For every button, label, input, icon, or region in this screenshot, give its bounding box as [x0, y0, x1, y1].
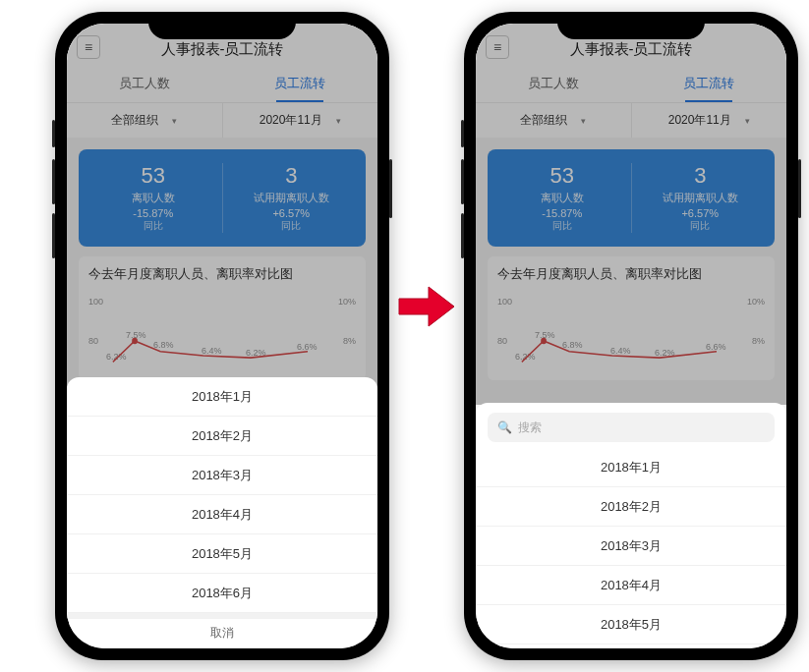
cancel-button[interactable]: 取消 [67, 613, 377, 646]
list-item[interactable]: 2018年3月 [476, 527, 786, 566]
chart-title: 今去年月度离职人员、离职率对比图 [497, 266, 765, 283]
app-header: ≡ 人事报表-员工流转 [476, 24, 786, 65]
filter-org-label: 全部组织 [111, 112, 158, 129]
list-item[interactable]: 2018年5月 [476, 605, 786, 644]
card-turnover[interactable]: 53 离职人数 -15.87% 同比 [85, 163, 223, 233]
arrow-icon [397, 285, 456, 328]
summary-cards: 53 离职人数 -15.87% 同比 3 试用期离职人数 +6.57% 同比 [488, 149, 775, 247]
tab-employee-flow[interactable]: 员工流转 [631, 65, 786, 102]
date-picker-sheet: 2018年1月 2018年2月 2018年3月 2018年4月 2018年5月 … [67, 377, 377, 648]
tab-employee-count[interactable]: 员工人数 [67, 65, 222, 102]
filter-org[interactable]: 全部组织 ▾ [67, 103, 223, 138]
card-turnover[interactable]: 53 离职人数 -15.87% 同比 [493, 163, 632, 233]
chart-section: 今去年月度离职人员、离职率对比图 100 80 10% 8% 6.2% 7.5%… [79, 256, 366, 380]
chart-section: 今去年月度离职人员、离职率对比图 100 80 10% 8% 6.2% 7.5%… [488, 256, 775, 380]
chevron-down-icon: ▾ [581, 116, 586, 126]
hamburger-icon: ≡ [493, 39, 501, 55]
turnover-chart: 100 80 10% 8% 6.2% 7.5% 6.8% 6.4% 6.2% 6… [88, 297, 356, 370]
tab-employee-count[interactable]: 员工人数 [476, 65, 631, 102]
list-item[interactable]: 2018年2月 [476, 487, 786, 527]
hamburger-icon: ≡ [85, 39, 92, 55]
list-item[interactable]: 2018年4月 [67, 495, 377, 534]
tab-employee-flow[interactable]: 员工流转 [222, 65, 377, 102]
filter-period[interactable]: 2020年11月 ▾ [632, 103, 787, 138]
list-item[interactable]: 2018年3月 [67, 456, 377, 495]
list-item[interactable]: 2018年6月 [67, 574, 377, 613]
list-item[interactable]: 2018年1月 [67, 377, 377, 417]
date-picker-sheet-searchable: 🔍 2018年1月 2018年2月 2018年3月 2018年4月 2018年5… [476, 403, 786, 648]
card-probation-turnover[interactable]: 3 试用期离职人数 +6.57% 同比 [632, 163, 770, 233]
list-item[interactable]: 2018年1月 [476, 448, 786, 487]
chevron-down-icon: ▾ [745, 116, 750, 126]
filter-period-label: 2020年11月 [260, 112, 322, 129]
tabs-bar: 员工人数 员工流转 [67, 65, 377, 102]
chart-title: 今去年月度离职人员、离职率对比图 [88, 266, 356, 283]
svg-point-0 [132, 338, 138, 344]
search-input[interactable] [518, 420, 765, 434]
list-item[interactable]: 2018年4月 [476, 566, 786, 605]
filter-bar: 全部组织 ▾ 2020年11月 ▾ [476, 102, 786, 138]
turnover-chart: 100 80 10% 8% 6.2% 7.5% 6.8% 6.4% 6.2% 6… [497, 297, 765, 370]
filter-period[interactable]: 2020年11月 ▾ [223, 103, 378, 138]
svg-point-1 [541, 338, 547, 344]
phone-frame-right: ≡ 人事报表-员工流转 员工人数 员工流转 全部组织 ▾ 2020年11月 ▾ [464, 12, 798, 660]
chevron-down-icon: ▾ [336, 116, 341, 126]
filter-org[interactable]: 全部组织 ▾ [476, 103, 632, 138]
menu-button[interactable]: ≡ [486, 35, 509, 59]
page-title: 人事报表-员工流转 [161, 40, 284, 59]
phone-frame-left: ≡ 人事报表-员工流转 员工人数 员工流转 全部组织 ▾ 2020年11月 ▾ [55, 12, 389, 660]
search-icon: 🔍 [497, 420, 512, 434]
filter-period-label: 2020年11月 [668, 112, 731, 129]
chevron-down-icon: ▾ [172, 116, 177, 126]
tabs-bar: 员工人数 员工流转 [476, 65, 786, 102]
list-item[interactable]: 2018年5月 [67, 534, 377, 574]
list-item[interactable]: 2018年2月 [67, 417, 377, 456]
menu-button[interactable]: ≡ [77, 35, 100, 59]
filter-org-label: 全部组织 [520, 112, 567, 129]
search-box[interactable]: 🔍 [488, 413, 775, 442]
summary-cards: 53 离职人数 -15.87% 同比 3 试用期离职人数 +6.57% 同比 [79, 149, 366, 247]
page-title: 人事报表-员工流转 [570, 40, 693, 59]
card-probation-turnover[interactable]: 3 试用期离职人数 +6.57% 同比 [223, 163, 361, 233]
app-header: ≡ 人事报表-员工流转 [67, 24, 377, 65]
filter-bar: 全部组织 ▾ 2020年11月 ▾ [67, 102, 377, 138]
